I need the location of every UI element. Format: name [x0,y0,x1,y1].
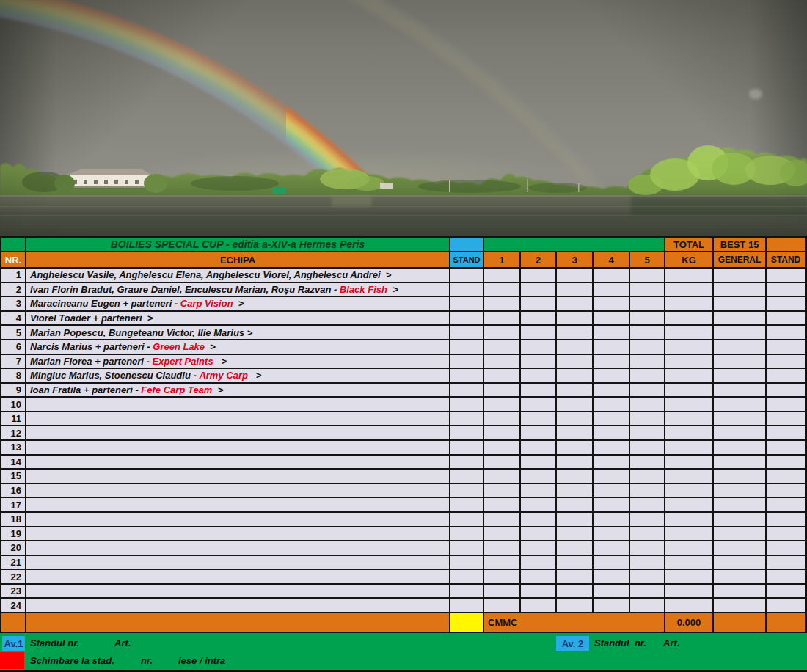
cell-general[interactable] [714,441,767,456]
total-cell-cmmc[interactable]: CMMC [484,613,665,633]
cell-round-1[interactable] [484,326,521,340]
cell-total-kg[interactable] [665,541,714,556]
cell-round-4[interactable] [594,541,630,556]
cell-round-4[interactable] [594,326,630,340]
cell-round-4[interactable] [594,556,630,571]
cell-general[interactable] [714,369,767,384]
cell-stand[interactable] [450,570,484,585]
cell-round-4[interactable] [594,384,630,398]
cell-round-5[interactable] [630,470,665,484]
cell-round-3[interactable] [557,513,594,527]
cell-stand-right[interactable] [767,484,806,499]
cell-round-4[interactable] [594,441,630,456]
cell-echipa[interactable] [26,412,450,427]
cell-nr[interactable]: 22 [1,570,26,585]
cell-round-2[interactable] [521,570,557,585]
cell-nr[interactable]: 6 [1,340,26,355]
cell-general[interactable] [714,398,767,412]
cell-round-3[interactable] [557,484,594,499]
cell-round-1[interactable] [484,355,521,370]
cell-total-kg[interactable] [665,585,714,599]
cell-echipa[interactable] [26,556,450,571]
cell-round-2[interactable] [521,541,557,556]
cell-round-3[interactable] [557,470,594,484]
col-header-stand[interactable]: STAND [450,252,484,269]
cell-round-2[interactable] [521,398,557,412]
cell-stand-right[interactable] [767,297,806,312]
cell-echipa[interactable]: Narcis Marius + parteneri - Green Lake > [26,340,450,355]
col-header-general[interactable]: GENERAL [714,252,767,269]
cell-total-kg[interactable] [665,269,714,283]
cell-round-3[interactable] [557,369,594,384]
cell-round-2[interactable] [521,297,557,312]
cell-round-5[interactable] [630,297,665,312]
cell-nr[interactable]: 14 [1,456,26,470]
cell-round-5[interactable] [630,484,665,499]
cell-round-4[interactable] [594,312,630,326]
cell-echipa[interactable]: Marian Popescu, Bungeteanu Victor, Ilie … [26,326,450,340]
cell-stand-right[interactable] [767,412,806,427]
cell-stand-right[interactable] [767,355,806,370]
cell-round-1[interactable] [484,585,521,599]
cell-stand[interactable] [450,484,484,499]
cell-echipa[interactable]: Marian Florea + parteneri - Expert Paint… [26,355,450,370]
cell-stand[interactable] [450,527,484,542]
cell-round-2[interactable] [521,599,557,613]
cell-round-4[interactable] [594,426,630,441]
cell-nr[interactable]: 17 [1,498,26,513]
cell-round-5[interactable] [630,498,665,513]
col-header-round-1[interactable]: 1 [484,252,521,269]
cell-general[interactable] [714,527,767,542]
cell-round-4[interactable] [594,412,630,427]
cell-echipa[interactable] [26,527,450,542]
cell-echipa[interactable] [26,426,450,441]
cell-nr[interactable]: 7 [1,355,26,370]
cell-stand[interactable] [450,384,484,398]
cell-stand-right[interactable] [767,384,806,398]
cell-general[interactable] [714,312,767,326]
cell-stand-right[interactable] [767,585,806,599]
cell-stand-right[interactable] [767,456,806,470]
cell-round-5[interactable] [630,384,665,398]
cell-round-1[interactable] [484,297,521,312]
cell-total-kg[interactable] [665,340,714,355]
cell-total-kg[interactable] [665,570,714,585]
cell-round-4[interactable] [594,527,630,542]
cell-round-2[interactable] [521,470,557,484]
cell-nr[interactable]: 9 [1,384,26,398]
cell-nr[interactable]: 13 [1,441,26,456]
cell-total-kg[interactable] [665,484,714,499]
cell-round-1[interactable] [484,527,521,542]
cell-round-1[interactable] [484,484,521,499]
cell-total-kg[interactable] [665,556,714,571]
cell-stand[interactable] [450,369,484,384]
cell-general[interactable] [714,384,767,398]
cell-stand-right[interactable] [767,426,806,441]
total-cell-yellow-stand[interactable] [450,613,484,633]
cell-round-1[interactable] [484,556,521,571]
best15-header-top[interactable]: BEST 15 [714,236,767,252]
cell-round-1[interactable] [484,340,521,355]
cell-round-5[interactable] [630,340,665,355]
cell-total-kg[interactable] [665,326,714,340]
cell-round-2[interactable] [521,484,557,499]
cell-stand[interactable] [450,283,484,298]
cell-round-3[interactable] [557,384,594,398]
cell-round-3[interactable] [557,269,594,283]
cell-round-4[interactable] [594,283,630,298]
cell-total-kg[interactable] [665,599,714,613]
cell-total-kg[interactable] [665,283,714,298]
cell-total-kg[interactable] [665,312,714,326]
cell-general[interactable] [714,297,767,312]
cell-round-5[interactable] [630,412,665,427]
cell-stand-right[interactable] [767,556,806,571]
cell-stand-right[interactable] [767,326,806,340]
cell-total-kg[interactable] [665,412,714,427]
cell-round-4[interactable] [594,456,630,470]
cell-round-3[interactable] [557,297,594,312]
col-header-stand-right[interactable]: STAND [767,252,806,269]
cell-nr[interactable]: 23 [1,585,26,599]
cell-round-4[interactable] [594,398,630,412]
cell-round-2[interactable] [521,283,557,298]
cell-stand-right[interactable] [767,398,806,412]
